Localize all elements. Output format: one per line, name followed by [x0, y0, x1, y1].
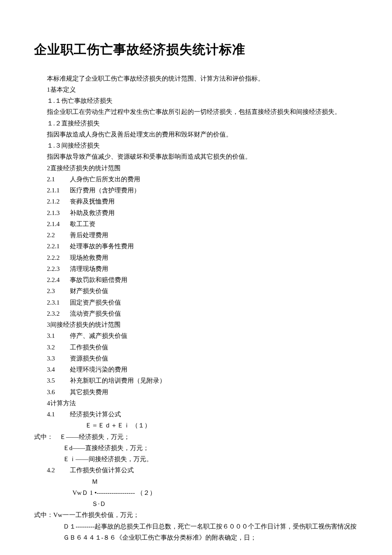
list-item: 4.2工作损失价值计算公式 [34, 465, 358, 476]
item-label: 经济损失计算公式 [70, 409, 121, 420]
list-item: 3.3资源损失价值 [34, 353, 358, 364]
item-label: 补充新职工的培训费用（见附录） [70, 375, 166, 386]
list-item: 2.1.1医疗费用（含护理费用） [34, 185, 358, 196]
item-label: 工作损失价值 [70, 342, 108, 353]
document-title: 企业职工伤亡事故经济损失统计标准 [34, 38, 358, 61]
item-label: 歇工工资 [70, 218, 95, 230]
list-item: 2.1人身伤亡后所支出的费用 [34, 174, 358, 185]
list-item: 2.1.4歇工工资 [34, 218, 358, 230]
formula-1-explain-ei: Ｅｉ——间接经济损失，万元。 [34, 453, 358, 465]
item-index: 2.2.4 [47, 274, 70, 285]
item-label: 丧葬及抚恤费用 [70, 196, 115, 207]
list-item: 2.2.2现场抢救费用 [34, 252, 358, 263]
section-2-heading: 2直接经济损失的统计范围 [34, 163, 358, 174]
list-item: 3.2工作损失价值 [34, 342, 358, 353]
list-item: 2.2.3清理现场费用 [34, 263, 358, 274]
item-label: 人身伤亡后所支出的费用 [70, 174, 140, 185]
item-index: 2.2 [47, 230, 70, 241]
intro-paragraph: 本标准规定了企业职工伤亡事故经济损失的统计范围、计算方法和评价指标。 [34, 73, 358, 84]
section-3-heading: 3间接经济损失的统计范围 [34, 319, 358, 330]
formula-2-explain-d1: Ｄ１---------起事故的总损失工作日总数，死亡一名职工按６０００个工作日计… [34, 521, 358, 543]
item-label: 现场抢救费用 [70, 252, 108, 263]
item-index: 2.1.3 [47, 207, 70, 218]
list-item: 2.2.4事故罚款和赔偿费用 [34, 274, 358, 285]
item-index: 4.2 [47, 465, 70, 476]
list-item: 2.3.1固定资产损失价值 [34, 297, 358, 308]
item-1-1-text: 指企业职工在劳动生产过程中发生伤亡事故所引起的一切经济损失，包括直接经济损失和间… [34, 106, 358, 117]
formula-1-explain-ed: Ｅd——直接经济损失，万元； [34, 442, 358, 453]
section-4-heading: 4计算方法 [34, 398, 358, 409]
section-1-heading: 1基本定义 [34, 84, 358, 95]
item-index: 2.2.2 [47, 252, 70, 263]
list-item: 2.1.2丧葬及抚恤费用 [34, 196, 358, 207]
list-item: 3.1停产、减产损失价值 [34, 330, 358, 341]
item-index: 2.1.4 [47, 218, 70, 230]
item-index: 2.3.2 [47, 308, 70, 319]
list-item: 2.3.2流动资产损失价值 [34, 308, 358, 319]
item-1-1-heading: １.１伤亡事故经济损失 [34, 95, 358, 106]
formula-2-denominator: Ｓ·Ｄ [34, 498, 358, 509]
list-item: 3.5补充新职工的培训费用（见附录） [34, 375, 358, 386]
formula-2-numerator: Ｍ [34, 476, 358, 487]
item-index: 3.6 [47, 386, 70, 398]
item-label: 善后处理费用 [70, 230, 108, 241]
item-index: 2.3.1 [47, 297, 70, 308]
item-index: 2.3 [47, 285, 70, 296]
item-index: 4.1 [47, 409, 70, 420]
item-label: 清理现场费用 [70, 263, 108, 274]
list-item: 3.6其它损失费用 [34, 386, 358, 398]
item-index: 3.5 [47, 375, 70, 386]
item-label: 工作损失价值计算公式 [70, 465, 134, 476]
document-page: 企业职工伤亡事故经济损失统计标准 本标准规定了企业职工伤亡事故经济损失的统计范围… [0, 0, 392, 555]
item-index: 3.1 [47, 330, 70, 341]
formula-2-explain-head: 式中：Vw一一工作损失价值，万元； [34, 509, 358, 520]
item-index: 2.1.2 [47, 196, 70, 207]
item-1-2-text: 指因事故造成人身伤亡及善后处理支出的费用和毁坏财产的价值。 [34, 129, 358, 140]
item-index: 3.3 [47, 353, 70, 364]
formula-2-line: VwＤ 1 •------------------ （２） [34, 487, 358, 498]
item-label: 固定资产损失价值 [70, 297, 121, 308]
list-item: 2.2善后处理费用 [34, 230, 358, 241]
item-label: 财产损失价值 [70, 285, 108, 296]
item-1-2-heading: １.２直接经济损失 [34, 118, 358, 129]
formula-1: Ｅ＝Ｅｄ＋Ｅｉ （１） [34, 420, 358, 431]
item-index: 2.2.3 [47, 263, 70, 274]
item-label: 事故罚款和赔偿费用 [70, 274, 127, 285]
item-label: 处理环境污染的费用 [70, 364, 127, 375]
list-item: 2.2.1处理事故的事务性费用 [34, 241, 358, 252]
list-item: 4.1经济损失计算公式 [34, 409, 358, 420]
item-index: 3.4 [47, 364, 70, 375]
list-item: 2.3财产损失价值 [34, 285, 358, 296]
item-label: 处理事故的事务性费用 [70, 241, 134, 252]
item-index: 2.1.1 [47, 185, 70, 196]
item-label: 医疗费用（含护理费用） [70, 185, 140, 196]
item-1-3-heading: １.３间接经济损失 [34, 140, 358, 151]
list-item: 3.4处理环境污染的费用 [34, 364, 358, 375]
item-label: 其它损失费用 [70, 386, 108, 398]
list-item: 2.1.3补助及救济费用 [34, 207, 358, 218]
item-label: 资源损失价值 [70, 353, 108, 364]
item-label: 流动资产损失价值 [70, 308, 121, 319]
item-1-3-text: 指因事故导致产值减少、资源破坏和受事故影响而造成其它损失的价值。 [34, 151, 358, 162]
item-label: 补助及救济费用 [70, 207, 115, 218]
item-index: 2.1 [47, 174, 70, 185]
item-index: 2.2.1 [47, 241, 70, 252]
item-label: 停产、减产损失价值 [70, 330, 127, 341]
formula-1-explain-head: 式中： Ｅ——经济损失，万元； [34, 431, 358, 442]
item-index: 3.2 [47, 342, 70, 353]
